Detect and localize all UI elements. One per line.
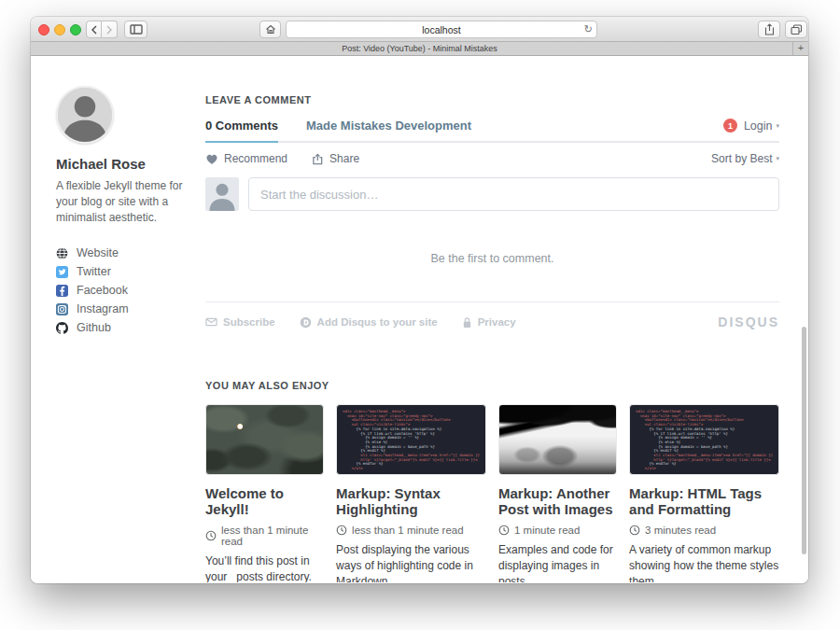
social-link-label: Instagram (77, 302, 129, 315)
recommend-label: Recommend (224, 152, 287, 165)
chevron-right-icon (105, 25, 113, 35)
related-post-card: Markup: Another Post with Images 1 minut… (498, 404, 617, 582)
back-button[interactable] (86, 21, 102, 38)
tab-title[interactable]: Post: Video (YouTube) - Minimal Mistakes (342, 44, 497, 53)
notification-badge[interactable]: 1 (723, 119, 737, 133)
post-read-time: less than 1 minute read (336, 525, 486, 536)
author-avatar (56, 86, 114, 144)
privacy-link[interactable]: Privacy (462, 316, 516, 329)
related-post-card: <div class="masthead__menu"> <nav id="si… (336, 404, 486, 582)
recommend-button[interactable]: Recommend (205, 152, 287, 165)
empty-state-message: Be the first to comment. (205, 252, 779, 265)
subscribe-label: Subscribe (223, 316, 275, 328)
author-bio: A flexible Jekyll theme for your blog or… (56, 178, 203, 225)
chevron-left-icon (91, 25, 98, 35)
facebook-icon (56, 285, 68, 297)
post-excerpt: Post displaying the various ways of high… (336, 542, 486, 583)
subscribe-link[interactable]: Subscribe (205, 316, 275, 328)
post-thumbnail[interactable]: <div class="masthead__menu"> <nav id="si… (336, 404, 486, 475)
tab-comments[interactable]: 0 Comments (205, 119, 278, 143)
divider (205, 301, 779, 302)
post-excerpt: Examples and code for displaying images … (498, 542, 617, 583)
globe-icon (56, 247, 68, 259)
browser-toolbar: localhost ↻ (31, 17, 808, 42)
disqus-embed: 0 Comments Made Mistakes Development 1 L… (205, 119, 779, 329)
sidebar-social-link[interactable]: Twitter (56, 262, 203, 281)
reload-icon[interactable]: ↻ (584, 21, 593, 37)
clock-icon (629, 525, 640, 536)
login-control[interactable]: 1 Login ▾ (723, 119, 779, 141)
clock-icon (205, 530, 217, 541)
instagram-icon (56, 303, 68, 315)
sidebar-icon (130, 24, 143, 35)
social-link-label: Twitter (77, 265, 111, 278)
github-icon (56, 322, 68, 334)
related-posts-grid: Welcome to Jekyll! less than 1 minute re… (205, 404, 779, 582)
share-label: Share (329, 152, 359, 165)
tab-bar: Post: Video (YouTube) - Minimal Mistakes… (31, 42, 808, 56)
address-bar[interactable]: localhost ↻ (286, 21, 597, 38)
chevron-down-icon: ▾ (776, 155, 779, 162)
minimize-window-button[interactable] (54, 24, 65, 35)
guest-avatar (205, 177, 239, 211)
new-tab-button[interactable]: + (792, 42, 808, 55)
post-title[interactable]: Markup: HTML Tags and Formatting (629, 485, 779, 518)
lock-icon (462, 316, 472, 329)
social-link-label: Github (77, 321, 111, 334)
related-heading: YOU MAY ALSO ENJOY (205, 380, 779, 391)
login-label: Login (744, 119, 773, 133)
close-window-button[interactable] (38, 24, 49, 35)
browser-window: localhost ↻ Post: Video (YouTube) - Mini… (31, 17, 808, 583)
disqus-tab-row: 0 Comments Made Mistakes Development 1 L… (205, 119, 779, 143)
share-button[interactable] (758, 21, 780, 38)
post-title[interactable]: Markup: Another Post with Images (498, 485, 617, 518)
post-thumbnail[interactable] (205, 404, 324, 475)
privacy-label: Privacy (478, 316, 516, 328)
author-links: Website Twitter Facebook Instagram Githu… (56, 244, 203, 337)
post-read-time: 1 minute read (498, 525, 617, 536)
disqus-action-row: Recommend Share Sort by Best ▾ (205, 152, 779, 165)
post-title[interactable]: Markup: Syntax Highlighting (336, 485, 486, 518)
heart-icon (205, 153, 218, 165)
forward-button[interactable] (102, 21, 118, 38)
add-disqus-label: Add Disqus to your site (317, 316, 438, 328)
post-read-time: 3 minutes read (629, 525, 779, 536)
comments-heading: LEAVE A COMMENT (205, 94, 779, 105)
sort-label: Sort by Best (711, 152, 772, 165)
url-text: localhost (422, 24, 460, 35)
sidebar-social-link[interactable]: Instagram (56, 300, 203, 318)
tab-community[interactable]: Made Mistakes Development (306, 119, 471, 141)
share-thread-button[interactable]: Share (312, 152, 359, 165)
post-thumbnail[interactable]: <div class="masthead__menu"> <nav id="si… (629, 404, 779, 475)
disqus-logo[interactable]: DISQUS (718, 315, 779, 329)
author-sidebar: Michael Rose A flexible Jekyll theme for… (56, 56, 203, 337)
main-column: LEAVE A COMMENT 0 Comments Made Mistakes… (205, 56, 779, 582)
post-excerpt: You’ll find this post in your _posts dir… (205, 553, 324, 583)
add-disqus-link[interactable]: Add Disqus to your site (300, 316, 438, 329)
clock-icon (498, 525, 510, 536)
clock-icon (336, 525, 347, 536)
post-read-time: less than 1 minute read (205, 525, 324, 547)
sort-control[interactable]: Sort by Best ▾ (711, 152, 779, 165)
related-post-card: <div class="masthead__menu"> <nav id="si… (629, 404, 779, 582)
sidebar-toggle-button[interactable] (124, 21, 147, 38)
post-title[interactable]: Welcome to Jekyll! (205, 485, 324, 518)
zoom-window-button[interactable] (70, 24, 81, 35)
sidebar-social-link[interactable]: Facebook (56, 281, 203, 300)
share-arrow-icon (312, 153, 324, 165)
tab-overview-button[interactable] (785, 21, 807, 38)
person-silhouette-icon (205, 177, 239, 211)
post-thumbnail[interactable] (498, 404, 617, 475)
person-silhouette-icon (58, 88, 112, 142)
scrollbar-thumb[interactable] (802, 327, 806, 554)
tabs-icon (791, 24, 803, 35)
related-post-card: Welcome to Jekyll! less than 1 minute re… (205, 404, 324, 582)
home-button[interactable] (259, 21, 281, 38)
home-icon (265, 24, 276, 35)
share-icon (764, 23, 775, 35)
comment-input[interactable] (248, 177, 779, 211)
sidebar-social-link[interactable]: Website (56, 244, 203, 262)
chevron-down-icon: ▾ (776, 122, 779, 130)
sidebar-social-link[interactable]: Github (56, 318, 203, 337)
disqus-d-icon (300, 316, 312, 329)
